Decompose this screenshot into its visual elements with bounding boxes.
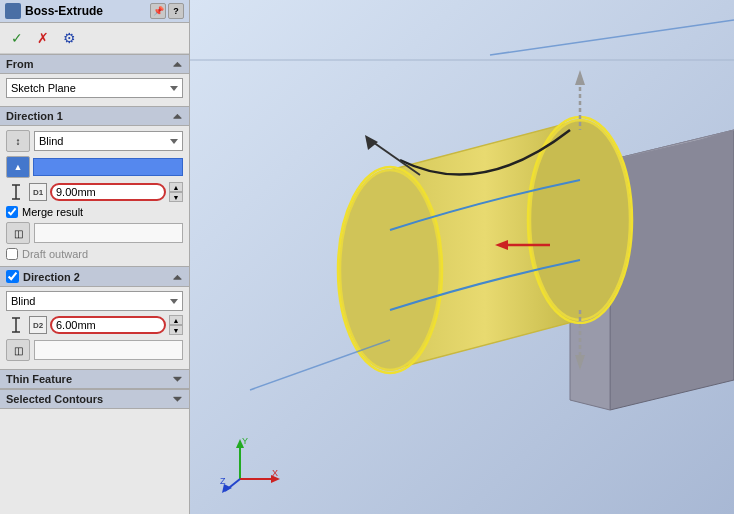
dir1-blue-bar-row: ▲ (6, 156, 183, 178)
thin-feature-section-header: Thin Feature ⏷ (0, 369, 189, 389)
direction2-section-header: Direction 2 ⏶ (0, 266, 189, 287)
title-bar: Boss-Extrude 📌 ? (0, 0, 189, 23)
svg-marker-8 (610, 130, 734, 410)
direction1-label: Direction 1 (6, 110, 63, 122)
merge-result-label: Merge result (22, 206, 83, 218)
direction2-label: Direction 2 (23, 271, 80, 283)
selected-contours-label: Selected Contours (6, 393, 103, 405)
dir1-depth-input-wrap: 9.00mm (50, 183, 166, 201)
dir1-depth-input[interactable]: 9.00mm (56, 186, 160, 198)
ok-button[interactable]: ✓ (6, 27, 28, 49)
direction1-collapse-icon[interactable]: ⏶ (172, 110, 183, 122)
dir1-depth-icon (6, 182, 26, 202)
dir2-depth-label: D2 (29, 316, 47, 334)
axis-indicator: Y X Z (220, 434, 280, 494)
main-toolbar: ✓ ✗ ⚙ (0, 23, 189, 54)
svg-text:Y: Y (242, 436, 248, 446)
direction2-enable-checkbox[interactable] (6, 270, 19, 283)
from-collapse-icon[interactable]: ⏶ (172, 58, 183, 70)
draft-outward-row: Draft outward (6, 248, 183, 260)
draft-outward-checkbox[interactable] (6, 248, 18, 260)
from-dropdown[interactable]: Sketch Plane Surface/Face/Plane Vertex O… (6, 78, 183, 98)
dir1-type-dropdown[interactable]: Blind Through All Up to Next Up to Verte… (34, 131, 183, 151)
dir1-depth-up[interactable]: ▲ (169, 182, 183, 192)
dir1-extra-row: ◫ (6, 222, 183, 244)
thin-feature-collapse-icon[interactable]: ⏷ (172, 373, 183, 385)
selected-contours-collapse-icon[interactable]: ⏷ (172, 393, 183, 405)
from-label: From (6, 58, 34, 70)
dir2-depth-spinner: ▲ ▼ (169, 315, 183, 335)
help-btn[interactable]: ? (168, 3, 184, 19)
svg-point-12 (530, 120, 630, 320)
help-pin-btn[interactable]: 📌 (150, 3, 166, 19)
cancel-button[interactable]: ✗ (32, 27, 54, 49)
dir2-surface-btn[interactable]: ◫ (6, 339, 30, 361)
dir1-type-row: ↕ Blind Through All Up to Next Up to Ver… (6, 130, 183, 152)
dir2-extra-row: ◫ (6, 339, 183, 361)
dir2-surface-input[interactable] (34, 340, 183, 360)
axis-svg: Y X Z (220, 434, 280, 494)
title-actions: 📌 ? (150, 3, 184, 19)
options-button[interactable]: ⚙ (58, 27, 80, 49)
merge-result-checkbox[interactable] (6, 206, 18, 218)
direction1-section-header: Direction 1 ⏶ (0, 106, 189, 126)
from-dropdown-row: Sketch Plane Surface/Face/Plane Vertex O… (6, 78, 183, 98)
thin-feature-label: Thin Feature (6, 373, 72, 385)
extrude-icon (5, 3, 21, 19)
direction2-collapse-icon[interactable]: ⏶ (172, 271, 183, 283)
dir1-depth-spinner: ▲ ▼ (169, 182, 183, 202)
dir1-surface-btn[interactable]: ◫ (6, 222, 30, 244)
dir2-depth-down[interactable]: ▼ (169, 325, 183, 335)
svg-text:Z: Z (220, 476, 226, 486)
dir2-depth-input-wrap: 6.00mm (50, 316, 166, 334)
dir2-type-dropdown[interactable]: Blind Through All Up to Next Up to Verte… (6, 291, 183, 311)
dir1-depth-down[interactable]: ▼ (169, 192, 183, 202)
dir1-depth-row: D1 9.00mm ▲ ▼ (6, 182, 183, 202)
dir2-depth-input[interactable]: 6.00mm (56, 319, 160, 331)
dir2-depth-row: D2 6.00mm ▲ ▼ (6, 315, 183, 335)
dir1-flip-btn[interactable]: ↕ (6, 130, 30, 152)
from-section-content: Sketch Plane Surface/Face/Plane Vertex O… (0, 74, 189, 106)
panel-title: Boss-Extrude (25, 4, 146, 18)
direction2-check-row: Direction 2 (6, 270, 80, 283)
merge-result-row: Merge result (6, 206, 183, 218)
svg-text:X: X (272, 468, 278, 478)
direction2-section-content: Blind Through All Up to Next Up to Verte… (0, 287, 189, 369)
selected-contours-section-header: Selected Contours ⏷ (0, 389, 189, 409)
left-panel: Boss-Extrude 📌 ? ✓ ✗ ⚙ From ⏶ Sketch Pla… (0, 0, 190, 514)
dir1-dir-icon[interactable]: ▲ (6, 156, 30, 178)
direction1-section-content: ↕ Blind Through All Up to Next Up to Ver… (0, 126, 189, 266)
dir2-depth-icon (6, 315, 26, 335)
draft-outward-label: Draft outward (22, 248, 88, 260)
canvas-area: Y X Z (190, 0, 734, 514)
dir2-depth-up[interactable]: ▲ (169, 315, 183, 325)
from-section-header: From ⏶ (0, 54, 189, 74)
dir1-surface-input[interactable] (34, 223, 183, 243)
dir2-type-row: Blind Through All Up to Next Up to Verte… (6, 291, 183, 311)
dir1-depth-label: D1 (29, 183, 47, 201)
